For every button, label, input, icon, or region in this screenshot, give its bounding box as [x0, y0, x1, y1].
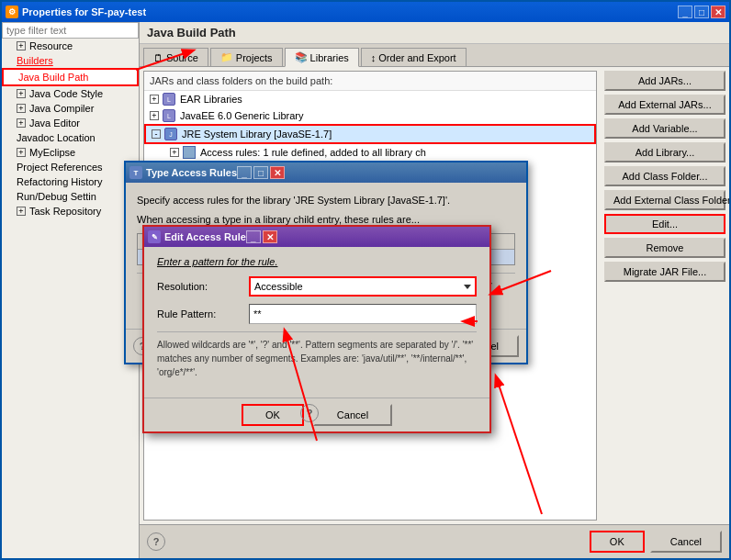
tar-close[interactable]: ✕: [270, 166, 285, 179]
resolution-label: Resolution:: [157, 281, 249, 292]
close-button[interactable]: ✕: [711, 6, 725, 18]
cancel-button[interactable]: Cancel: [650, 531, 722, 553]
add-external-jars-button[interactable]: Add External JARs...: [604, 95, 725, 115]
tar-maximize[interactable]: □: [253, 166, 268, 179]
add-variable-button[interactable]: Add Variable...: [604, 118, 725, 139]
sidebar-item-resource[interactable]: + Resource: [2, 39, 139, 53]
filter-input[interactable]: [2, 22, 139, 39]
resolution-combo[interactable]: Accessible: [249, 276, 477, 297]
tab-source[interactable]: 🗒 Source: [143, 48, 208, 66]
tar-controls: _ □ ✕: [237, 166, 285, 179]
edit-button[interactable]: Edit...: [604, 214, 725, 234]
expand-icon: +: [17, 104, 26, 113]
minimize-button[interactable]: _: [678, 6, 692, 18]
action-buttons-panel: Add JARs... Add External JARs... Add Var…: [601, 67, 729, 524]
build-path-desc: JARs and class folders on the build path…: [144, 72, 596, 91]
sidebar-item-builders[interactable]: Builders: [2, 53, 139, 68]
sidebar-item-project-refs[interactable]: Project References: [2, 160, 139, 174]
ear-title: Edit Access Rule: [164, 231, 246, 242]
combo-dropdown-icon: [464, 285, 471, 289]
ear-subtitle: Enter a pattern for the rule.: [157, 256, 477, 267]
tab-libraries[interactable]: 📚 Libraries: [285, 48, 359, 67]
access-icon: [183, 146, 196, 159]
ear-controls: _ ✕: [246, 230, 277, 243]
sidebar-item-java-compiler[interactable]: + Java Compiler: [2, 101, 139, 116]
add-class-folder-button[interactable]: Add Class Folder...: [604, 166, 725, 186]
expand-icon: -: [152, 129, 161, 139]
expand-icon: +: [17, 148, 26, 157]
window-title: Properties for SF-pay-test: [22, 6, 678, 17]
ok-button[interactable]: OK: [590, 531, 645, 553]
ear-help[interactable]: ?: [300, 404, 319, 422]
sidebar-item-java-editor[interactable]: + Java Editor: [2, 116, 139, 130]
tar-minimize[interactable]: _: [237, 166, 252, 179]
tab-projects[interactable]: 📁 Projects: [210, 48, 283, 66]
sidebar-item-task-repo[interactable]: + Task Repository: [2, 204, 139, 218]
lib-icon: L: [163, 93, 175, 106]
panel-title: Java Build Path: [140, 22, 729, 44]
tabs-bar: 🗒 Source 📁 Projects 📚 Libraries ↕ Order …: [140, 44, 729, 67]
tar-icon: T: [129, 166, 142, 179]
add-library-button[interactable]: Add Library...: [604, 142, 725, 162]
lib-icon: L: [163, 109, 175, 122]
sidebar-item-java-build-path[interactable]: Java Build Path: [2, 68, 139, 86]
sidebar: + Resource Builders Java Build Path + Ja…: [2, 22, 140, 558]
add-jars-button[interactable]: Add JARs...: [604, 71, 725, 91]
list-item[interactable]: + L EAR Libraries: [144, 91, 596, 107]
tar-description1: Specify access rules for the library 'JR…: [137, 194, 515, 207]
ear-cancel-button[interactable]: Cancel: [313, 404, 392, 426]
source-tab-icon: 🗒: [153, 52, 163, 63]
tar-title: Type Access Rules: [146, 167, 237, 178]
rule-pattern-label: Rule Pattern:: [157, 308, 249, 319]
jre-icon: J: [164, 128, 177, 140]
rule-pattern-input[interactable]: [249, 304, 477, 324]
ear-body: Enter a pattern for the rule. Resolution…: [144, 247, 489, 398]
list-item[interactable]: + Access rules: 1 rule defined, added to…: [144, 144, 596, 161]
wildcard-description: Allowed wildcards are '*', '?' and '**'.…: [157, 331, 477, 379]
expand-icon: +: [17, 207, 26, 216]
help-button[interactable]: ?: [147, 532, 165, 551]
migrate-jar-button[interactable]: Migrate JAR File...: [604, 262, 725, 282]
add-ext-class-folder-button[interactable]: Add External Class Folder...: [604, 190, 725, 210]
sidebar-item-javadoc[interactable]: Javadoc Location: [2, 130, 139, 145]
sidebar-item-refactoring[interactable]: Refactoring History: [2, 174, 139, 189]
ear-minimize[interactable]: _: [246, 230, 261, 243]
expand-icon: +: [17, 89, 26, 98]
sidebar-item-myeclipse[interactable]: + MyEclipse: [2, 145, 139, 160]
window-controls: _ □ ✕: [678, 6, 725, 18]
tar-title-bar: T Type Access Rules _ □ ✕: [126, 162, 526, 183]
ear-buttons: ? OK Cancel: [144, 398, 489, 431]
sidebar-item-java-code-style[interactable]: + Java Code Style: [2, 86, 139, 101]
projects-tab-icon: 📁: [220, 51, 233, 63]
ear-ok-button[interactable]: OK: [242, 404, 304, 426]
expand-icon: +: [170, 148, 179, 157]
rule-pattern-field: [249, 304, 477, 324]
title-bar: ⚙ Properties for SF-pay-test _ □ ✕: [2, 2, 729, 22]
expand-icon: +: [150, 95, 159, 104]
order-tab-icon: ↕: [371, 52, 377, 63]
expand-icon: +: [17, 41, 26, 50]
sidebar-item-run-debug[interactable]: Run/Debug Settin: [2, 189, 139, 204]
resolution-row: Resolution: Accessible: [157, 276, 477, 297]
list-item[interactable]: + L JavaEE 6.0 Generic Library: [144, 107, 596, 124]
ear-close[interactable]: ✕: [263, 230, 277, 243]
libraries-tab-icon: 📚: [295, 51, 308, 63]
edit-access-rule-dialog: ✎ Edit Access Rule _ ✕ Enter a pattern f…: [142, 225, 491, 433]
ear-icon: ✎: [148, 230, 161, 243]
window-icon: ⚙: [6, 6, 18, 18]
ear-title-bar: ✎ Edit Access Rule _ ✕: [144, 227, 489, 247]
rule-pattern-row: Rule Pattern:: [157, 304, 477, 324]
expand-icon: +: [17, 118, 26, 128]
bottom-bar: ? OK Cancel: [140, 524, 729, 558]
resolution-field: Accessible: [249, 276, 477, 297]
tab-order-export[interactable]: ↕ Order and Export: [361, 48, 467, 66]
maximize-button[interactable]: □: [694, 6, 709, 18]
expand-icon: +: [150, 111, 159, 120]
list-item[interactable]: - J JRE System Library [JavaSE-1.7]: [144, 124, 596, 144]
remove-button[interactable]: Remove: [604, 238, 725, 258]
